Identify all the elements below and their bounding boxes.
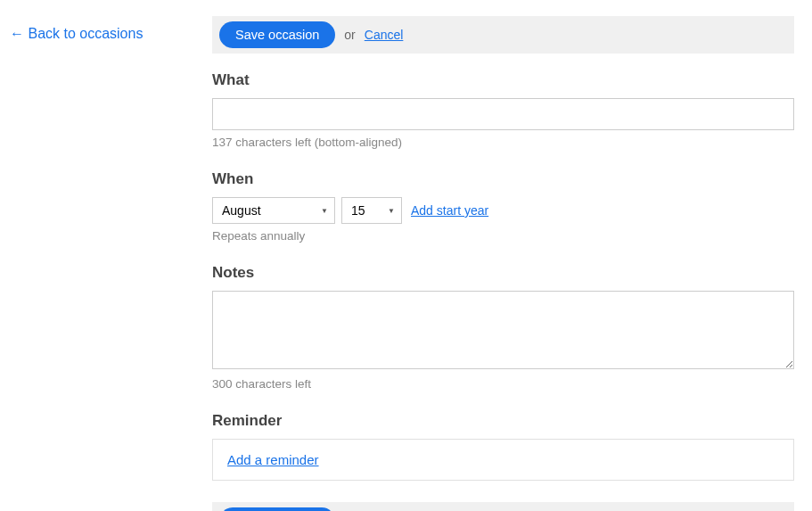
reminder-heading: Reminder [212, 412, 794, 430]
reminder-box: Add a reminder [212, 439, 794, 481]
arrow-left-icon: ← [10, 26, 24, 41]
save-button[interactable]: Save occasion [219, 21, 335, 48]
or-text: or [344, 28, 355, 42]
what-helper: 137 characters left (bottom-aligned) [212, 136, 794, 149]
notes-section: Notes 300 characters left [212, 264, 794, 391]
page: ← Back to occasions Save occasion or Can… [0, 0, 812, 511]
cancel-link[interactable]: Cancel [365, 28, 404, 42]
add-start-year-link[interactable]: Add start year [411, 203, 488, 218]
action-bar-bottom: Save occasion or Cancel [212, 502, 794, 511]
main-form: Save occasion or Cancel What 137 charact… [212, 16, 812, 511]
day-select-wrap: 15 ▼ [341, 197, 402, 224]
when-row: August ▼ 15 ▼ Add start year [212, 197, 794, 224]
what-input[interactable] [212, 98, 794, 130]
month-select[interactable]: August [213, 198, 334, 223]
when-section: When August ▼ 15 ▼ Add start year Repeat… [212, 170, 794, 243]
what-section: What 137 characters left (bottom-aligned… [212, 71, 794, 149]
action-bar-top: Save occasion or Cancel [212, 16, 794, 54]
notes-helper: 300 characters left [212, 377, 794, 391]
back-label: Back to occasions [28, 26, 143, 41]
sidebar: ← Back to occasions [0, 16, 212, 511]
back-to-occasions-link[interactable]: ← Back to occasions [10, 26, 143, 41]
month-select-wrap: August ▼ [212, 197, 335, 224]
save-button[interactable]: Save occasion [219, 507, 335, 511]
what-heading: What [212, 71, 794, 89]
when-heading: When [212, 170, 794, 188]
day-select[interactable]: 15 [342, 198, 401, 223]
add-reminder-link[interactable]: Add a reminder [227, 452, 319, 467]
notes-input[interactable] [212, 291, 794, 369]
notes-heading: Notes [212, 264, 794, 282]
reminder-section: Reminder Add a reminder [212, 412, 794, 481]
when-helper: Repeats annually [212, 229, 794, 243]
